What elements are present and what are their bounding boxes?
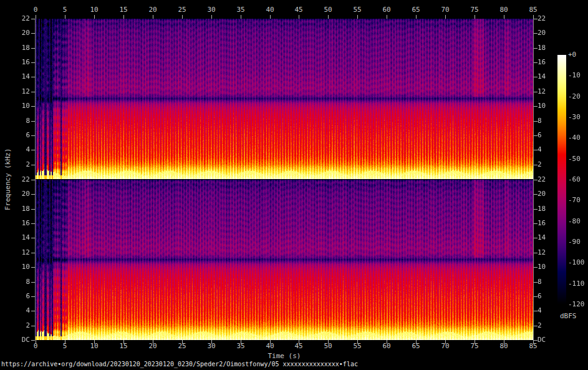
freq-tick-label: 20 — [537, 29, 562, 37]
time-tick-mark — [65, 15, 65, 19]
time-tick-label: 75 — [470, 6, 478, 14]
freq-tick-label: 16 — [537, 220, 562, 227]
time-tick-label: 80 — [499, 6, 508, 14]
time-tick-mark — [299, 15, 299, 19]
freq-tick-label: 8 — [537, 278, 562, 286]
freq-tick-label: 10 — [10, 102, 30, 110]
time-tick-label: 10 — [90, 343, 98, 350]
freq-tick-label: 20 — [10, 29, 30, 37]
time-tick-label: 85 — [529, 343, 537, 350]
freq-tick-label: 8 — [537, 117, 562, 125]
time-tick-mark — [241, 15, 241, 19]
freq-tick-mark — [31, 48, 35, 49]
freq-tick-mark — [31, 121, 35, 122]
time-tick-mark — [94, 15, 95, 19]
freq-tick-mark — [31, 296, 35, 297]
colorbar-tick-label: -10 — [568, 72, 588, 79]
freq-tick-label: 18 — [10, 44, 30, 52]
freq-tick-label: 2 — [10, 161, 30, 168]
time-tick-mark — [153, 15, 153, 19]
time-tick-label: 40 — [266, 343, 274, 350]
freq-tick-label: 12 — [10, 249, 30, 256]
time-tick-label: 55 — [353, 343, 361, 350]
freq-tick-label: 16 — [10, 220, 30, 227]
colorbar-tick-label: -80 — [568, 218, 588, 225]
time-tick-label: 30 — [207, 6, 215, 14]
time-tick-label: 40 — [266, 6, 274, 14]
freq-tick-mark — [31, 282, 35, 283]
time-tick-mark — [416, 15, 417, 19]
time-tick-label: 15 — [119, 343, 127, 350]
freq-tick-label: 4 — [537, 307, 562, 314]
freq-tick-mark — [31, 311, 35, 311]
time-tick-mark — [475, 15, 475, 19]
colorbar-tick-label: -20 — [568, 93, 588, 100]
spectrogram-canvas — [36, 19, 533, 340]
time-tick-label: 70 — [441, 343, 449, 350]
freq-tick-mark — [31, 62, 35, 63]
time-tick-label: 10 — [90, 6, 98, 14]
freq-tick-mark — [31, 209, 35, 210]
time-tick-label: 85 — [529, 6, 537, 14]
freq-tick-label: 4 — [537, 146, 562, 153]
colorbar-tick-label: +0 — [568, 51, 588, 59]
freq-tick-mark — [31, 135, 35, 136]
freq-tick-label: 20 — [10, 190, 30, 198]
time-tick-label: 55 — [353, 6, 361, 14]
time-tick-label: 45 — [294, 6, 302, 14]
colorbar-tick-label: -50 — [568, 155, 588, 163]
freq-tick-label: 12 — [537, 88, 562, 95]
freq-tick-label: 12 — [537, 249, 562, 256]
freq-tick-label: 16 — [10, 59, 30, 66]
colorbar-tick-label: -90 — [568, 238, 588, 246]
time-tick-label: 60 — [382, 6, 390, 14]
freq-tick-label: 10 — [537, 263, 562, 271]
freq-tick-mark — [31, 92, 35, 92]
freq-tick-label: 4 — [10, 146, 30, 153]
freq-tick-label: 10 — [10, 263, 30, 271]
freq-tick-label: 18 — [537, 44, 562, 52]
time-tick-label: 50 — [324, 6, 332, 14]
freq-tick-mark — [31, 253, 35, 253]
freq-tick-label: 6 — [537, 132, 562, 139]
freq-tick-label: DC — [10, 336, 30, 344]
time-tick-mark — [270, 15, 271, 19]
time-tick-mark — [445, 15, 446, 19]
colorbar-tick-label: -70 — [568, 197, 588, 204]
time-tick-label: 0 — [34, 6, 38, 14]
time-tick-label: 25 — [178, 343, 186, 350]
freq-tick-label: 14 — [537, 73, 562, 80]
freq-tick-mark — [31, 267, 35, 268]
time-tick-mark — [328, 15, 329, 19]
freq-tick-label: 22 — [537, 15, 562, 22]
freq-tick-label: 6 — [537, 293, 562, 300]
time-tick-label: 20 — [148, 343, 157, 350]
freq-tick-mark — [31, 33, 35, 34]
colorbar-tick-label: -100 — [568, 259, 588, 266]
time-tick-label: 35 — [236, 6, 244, 14]
freq-tick-mark — [31, 165, 35, 165]
time-tick-label: 5 — [63, 343, 67, 350]
time-tick-mark — [182, 15, 183, 19]
freq-tick-label: 6 — [10, 132, 30, 139]
time-tick-label: 15 — [119, 6, 127, 14]
time-axis-label: Time (s) — [36, 352, 533, 360]
freq-tick-label: 6 — [10, 293, 30, 300]
freq-tick-label: 18 — [10, 205, 30, 213]
colorbar-tick-label: -30 — [568, 114, 588, 121]
time-tick-label: 5 — [63, 6, 67, 14]
time-tick-label: 20 — [148, 6, 157, 14]
freq-tick-mark — [31, 223, 35, 224]
freq-tick-label: 18 — [537, 205, 562, 213]
time-tick-label: 45 — [294, 343, 302, 350]
freq-tick-mark — [31, 194, 35, 195]
freq-tick-mark — [31, 238, 35, 238]
time-tick-label: 30 — [207, 343, 215, 350]
time-tick-label: 80 — [499, 343, 508, 350]
freq-tick-label: 14 — [10, 234, 30, 241]
freq-tick-label: 22 — [10, 15, 30, 22]
time-tick-mark — [387, 15, 387, 19]
time-tick-label: 65 — [412, 6, 420, 14]
freq-tick-mark — [31, 340, 35, 341]
time-tick-mark — [123, 15, 124, 19]
